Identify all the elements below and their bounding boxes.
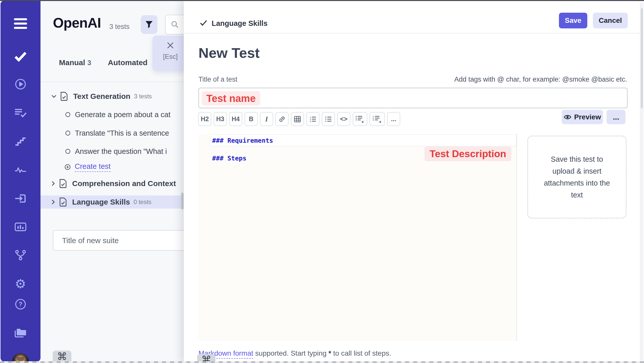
panel-scrollbar-thumb[interactable] <box>181 193 184 209</box>
page-title: New Test <box>198 45 260 61</box>
suite-doc-icon <box>60 92 68 101</box>
title-field-label: Title of a test <box>198 76 237 83</box>
sign-in-icon[interactable] <box>14 193 27 204</box>
test-row[interactable]: Answer the question "What i <box>65 145 167 158</box>
heading4-button[interactable]: H4 <box>229 112 242 126</box>
play-circle-icon[interactable] <box>15 78 26 90</box>
editor-line: ### Steps <box>212 155 246 162</box>
toolbar-more-button[interactable]: ... <box>387 112 400 126</box>
bullet-list-add-icon <box>355 115 365 123</box>
dropzone-text: Save this test to upload & insert attach… <box>541 153 613 201</box>
suite-row-comprehension[interactable]: Comprehension and Context <box>51 177 176 190</box>
ordered-list-button[interactable]: 123 <box>306 112 319 126</box>
heading2-button[interactable]: H2 <box>198 112 211 126</box>
close-filter-popup[interactable]: [Esc] <box>152 35 188 71</box>
hamburger-menu-icon[interactable] <box>14 18 27 29</box>
link-icon <box>278 116 286 123</box>
ordered-list-icon: 123 <box>309 116 316 122</box>
branch-icon[interactable] <box>15 249 26 261</box>
project-test-count: 3 tests <box>109 23 130 31</box>
help-icon[interactable]: ? <box>15 298 26 310</box>
new-suite-placeholder: Title of new suite <box>62 236 119 245</box>
gear-icon[interactable]: ⚙ <box>15 278 26 290</box>
markdown-hint: Markdown format supported. Start typing … <box>198 349 391 357</box>
svg-text:?: ? <box>19 301 23 307</box>
table-button[interactable] <box>291 112 304 126</box>
test-row[interactable]: Translate "This is a sentence <box>65 126 169 140</box>
suite-row-language-skills[interactable]: Language Skills 0 tests <box>51 195 151 209</box>
bar-chart-icon[interactable] <box>14 222 27 231</box>
funnel-icon <box>145 21 153 29</box>
code-button[interactable]: <> <box>337 112 350 126</box>
filter-button[interactable] <box>141 15 157 34</box>
svg-text:3: 3 <box>310 120 311 122</box>
bullet-list-add-button[interactable] <box>353 112 367 126</box>
create-test-link[interactable]: Create test <box>75 162 111 172</box>
chevron-right-icon[interactable] <box>51 181 55 186</box>
suite-doc-icon <box>59 197 67 207</box>
test-circle-icon <box>65 130 71 136</box>
test-description-annotation: Test Description <box>425 147 511 161</box>
ordered-list-add-icon: 123 <box>372 115 382 123</box>
modal-header-divider <box>184 33 644 33</box>
create-test-row[interactable]: Create test <box>64 160 111 174</box>
tab-automated[interactable]: Automated <box>108 58 148 67</box>
suite-doc-icon <box>59 179 67 188</box>
modal-scrollbar-thumb[interactable] <box>641 8 643 108</box>
chevron-right-icon[interactable] <box>51 199 55 205</box>
window-top-edge <box>0 0 644 1</box>
folder-icon[interactable] <box>14 328 27 338</box>
bullet-list-icon <box>325 116 332 122</box>
eye-icon <box>564 115 571 120</box>
list-check-icon[interactable] <box>14 108 27 117</box>
modal-suite-name: Language Skills <box>212 19 268 28</box>
tab-manual-count: 3 <box>87 59 91 67</box>
italic-button[interactable]: I <box>260 112 273 126</box>
editor-line: ### Requirements <box>212 137 273 144</box>
search-icon <box>171 20 179 29</box>
project-title: OpenAI <box>53 15 101 31</box>
preview-button[interactable]: Preview <box>562 110 603 124</box>
tab-manual[interactable]: Manual3 <box>59 58 91 67</box>
plus-circle-icon <box>64 164 71 170</box>
suite-row-text-generation[interactable]: Text Generation 3 tests <box>51 90 152 103</box>
tags-hint: Add tags with @ char, for example: @smok… <box>454 76 627 83</box>
esc-key-hint: [Esc] <box>163 53 178 61</box>
bullet-list-button[interactable] <box>322 112 335 126</box>
save-button[interactable]: Save <box>559 13 587 28</box>
svg-text:3: 3 <box>373 119 374 121</box>
window-bottom-edge <box>0 361 644 363</box>
new-suite-input[interactable]: Title of new suite <box>53 230 205 251</box>
chevron-down-icon[interactable] <box>51 95 56 98</box>
test-circle-icon <box>65 112 71 117</box>
bold-button[interactable]: B <box>245 112 258 126</box>
activity-icon[interactable] <box>14 166 27 173</box>
steps-icon[interactable] <box>15 137 26 146</box>
app-sidebar: ⚙ ? <box>1 1 41 361</box>
close-icon[interactable] <box>167 42 174 49</box>
table-icon <box>294 116 301 122</box>
ordered-list-add-button[interactable]: 123 <box>370 112 385 126</box>
description-editor[interactable]: ### Requirements ### Steps <box>198 134 517 341</box>
test-name-input[interactable] <box>198 88 628 108</box>
tests-checkmark-icon[interactable] <box>14 51 27 62</box>
cancel-button[interactable]: Cancel <box>593 13 628 28</box>
new-test-modal: Language Skills Save Cancel New Test Tit… <box>184 1 644 363</box>
test-circle-icon <box>65 149 71 154</box>
editor-more-button[interactable]: ... <box>607 110 626 124</box>
attachment-dropzone[interactable]: Save this test to upload & insert attach… <box>527 136 627 219</box>
test-name-annotation: Test name <box>202 91 260 105</box>
editor-toolbar: H2 H3 H4 B I 123 <> <box>198 112 400 126</box>
test-row[interactable]: Generate a poem about a cat <box>65 108 170 121</box>
heading3-button[interactable]: H3 <box>214 112 227 126</box>
link-button[interactable] <box>275 112 289 126</box>
suite-checkmark-icon <box>200 20 207 26</box>
